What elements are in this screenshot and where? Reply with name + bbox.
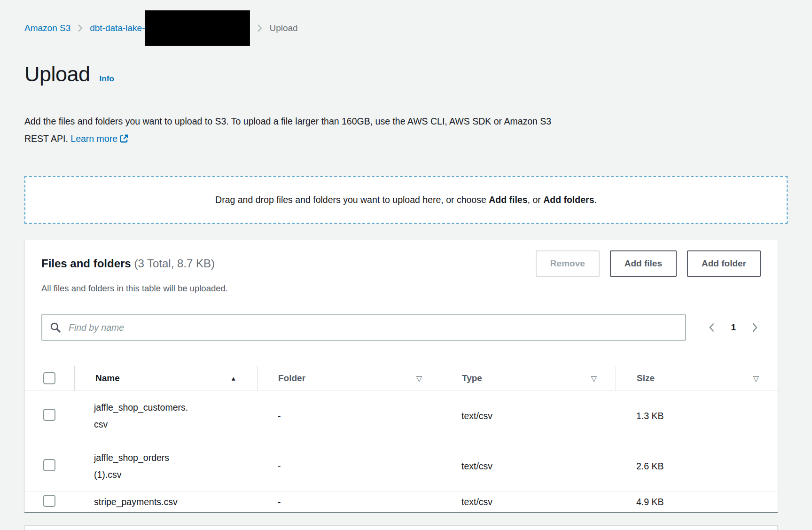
chevron-right-icon [752, 322, 758, 333]
breadcrumb-amazon-s3[interactable]: Amazon S3 [24, 23, 70, 33]
panel-subtitle: All files and folders in this table will… [41, 283, 761, 294]
add-files-button[interactable]: Add files [610, 250, 677, 277]
cell-name: jaffle_shop_orders (1).csv [74, 449, 257, 483]
select-all-checkbox[interactable] [43, 372, 55, 384]
table-row: stripe_payments.csv - text/csv 4.9 KB [24, 491, 778, 512]
external-link-icon [119, 134, 129, 143]
learn-more-label: Learn more [70, 133, 117, 144]
pagination: 1 [709, 322, 761, 333]
panel-count: (3 Total, 8.7 KB) [134, 257, 215, 270]
files-and-folders-panel: Files and folders (3 Total, 8.7 KB) Remo… [24, 240, 778, 512]
dropzone-add-files-label: Add files [489, 195, 527, 205]
panel-title: Files and folders (3 Total, 8.7 KB) [41, 256, 215, 271]
row-checkbox[interactable] [43, 409, 55, 421]
next-page-button[interactable] [752, 322, 758, 333]
chevron-right-icon [78, 24, 83, 32]
column-header-folder[interactable]: Folder ▽ [257, 366, 441, 390]
cell-folder: - [257, 497, 441, 507]
learn-more-link[interactable]: Learn more [70, 133, 129, 144]
search-icon [49, 321, 62, 334]
sort-icon: ▽ [753, 374, 759, 383]
next-section-top-edge [24, 525, 778, 530]
cell-type: text/csv [441, 461, 616, 472]
table-row: jaffle_shop_customers.csv - text/csv 1.3… [24, 391, 778, 441]
cell-type: text/csv [441, 411, 616, 421]
cell-size: 1.3 KB [616, 411, 778, 421]
panel-actions: Remove Add files Add folder [536, 250, 761, 277]
column-label: Type [462, 373, 482, 383]
s3-upload-page: Amazon S3 dbt-data-lake- Upload Upload I… [0, 0, 812, 530]
previous-page-button[interactable] [709, 322, 715, 333]
column-label: Folder [278, 373, 305, 383]
redacted-bucket-name [145, 10, 250, 46]
current-page[interactable]: 1 [731, 322, 736, 333]
add-folder-button[interactable]: Add folder [687, 250, 761, 277]
cell-size: 2.6 KB [616, 461, 778, 472]
info-link[interactable]: Info [100, 74, 114, 84]
panel-title-text: Files and folders [41, 257, 131, 270]
cell-folder: - [257, 461, 441, 472]
sort-icon: ▽ [416, 374, 422, 383]
search-row: 1 [41, 314, 761, 341]
upload-dropzone[interactable]: Drag and drop files and folders you want… [24, 176, 788, 224]
column-label: Name [95, 373, 120, 383]
breadcrumb-bucket: dbt-data-lake- [90, 10, 250, 46]
files-table: Name ▲ Folder ▽ Type ▽ Size ▽ jaffl [24, 366, 778, 512]
sort-ascending-icon: ▲ [230, 375, 236, 382]
page-description: Add the files and folders you want to up… [24, 113, 574, 148]
row-checkbox[interactable] [43, 459, 55, 471]
checkbox-cell [24, 495, 74, 509]
breadcrumb-current: Upload [269, 23, 297, 33]
sort-icon: ▽ [591, 374, 597, 383]
column-header-name[interactable]: Name ▲ [74, 366, 257, 390]
column-label: Size [637, 373, 655, 383]
cell-size: 4.9 KB [616, 497, 778, 507]
row-checkbox[interactable] [43, 495, 55, 507]
column-header-type[interactable]: Type ▽ [441, 366, 616, 390]
breadcrumb: Amazon S3 dbt-data-lake- Upload [24, 10, 788, 46]
search-input[interactable] [41, 314, 686, 341]
checkbox-cell [24, 459, 74, 474]
cell-type: text/csv [441, 497, 616, 507]
select-all-cell [24, 366, 74, 390]
table-row: jaffle_shop_orders (1).csv - text/csv 2.… [24, 441, 778, 491]
column-header-size[interactable]: Size ▽ [616, 366, 778, 390]
panel-header: Files and folders (3 Total, 8.7 KB) Remo… [24, 240, 778, 277]
dropzone-add-folders-label: Add folders [543, 195, 594, 205]
page-header: Upload Info [24, 62, 788, 86]
chevron-left-icon [709, 322, 715, 333]
breadcrumb-bucket-link[interactable]: dbt-data-lake- [90, 23, 145, 33]
dropzone-text: Drag and drop files and folders you want… [215, 195, 597, 205]
cell-folder: - [257, 411, 441, 421]
page-title: Upload [24, 62, 90, 86]
table-header: Name ▲ Folder ▽ Type ▽ Size ▽ [24, 366, 778, 391]
cell-name: jaffle_shop_customers.csv [74, 399, 257, 433]
checkbox-cell [24, 409, 74, 423]
cell-name: stripe_payments.csv [74, 493, 257, 510]
chevron-right-icon [257, 24, 262, 32]
search-box [41, 314, 686, 341]
remove-button[interactable]: Remove [536, 250, 600, 277]
